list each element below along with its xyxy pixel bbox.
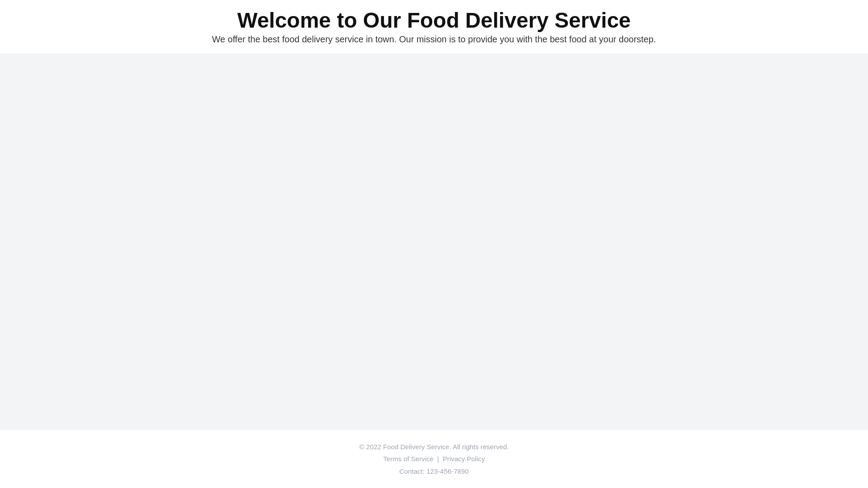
main-content bbox=[0, 53, 868, 430]
contact-text: Contact: 123-456-7890 bbox=[399, 467, 468, 475]
page-subtitle: We offer the best food delivery service … bbox=[18, 34, 850, 45]
page-title: Welcome to Our Food Delivery Service bbox=[18, 9, 850, 33]
privacy-policy-link[interactable]: Privacy Policy bbox=[442, 455, 485, 463]
page-header: Welcome to Our Food Delivery Service We … bbox=[0, 0, 868, 53]
page-footer: © 2022 Food Delivery Service. All rights… bbox=[0, 430, 868, 488]
footer-separator: | bbox=[437, 455, 439, 463]
copyright-text: © 2022 Food Delivery Service. All rights… bbox=[359, 443, 508, 451]
terms-of-service-link[interactable]: Terms of Service bbox=[383, 455, 434, 463]
